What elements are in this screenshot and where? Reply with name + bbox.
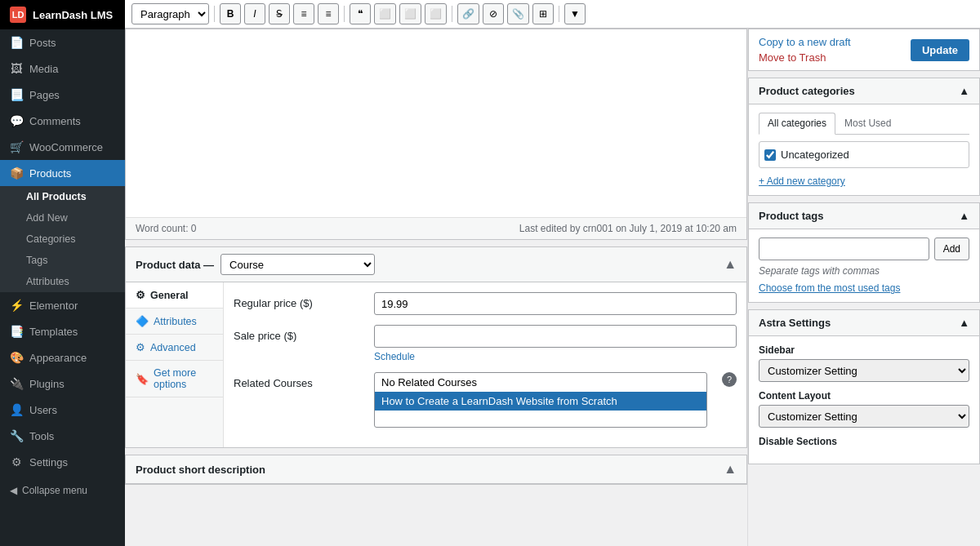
product-categories-toggle[interactable]: ▲: [959, 85, 969, 97]
active-indicator: [122, 160, 125, 186]
short-desc-title: Product short description: [136, 464, 265, 476]
sidebar-item-comments[interactable]: 💬 Comments: [0, 108, 125, 134]
sidebar-item-tools[interactable]: 🔧 Tools: [0, 423, 125, 449]
tab-general[interactable]: ⚙ General: [126, 282, 223, 309]
related-courses-select[interactable]: No Related Courses How to Create a Learn…: [374, 372, 707, 428]
main-area: Paragraph B I S̶ ≡ ≡ ❝ ⬜ ⬜ ⬜ 🔗 ⊘ 📎 ⊞ ▼: [125, 0, 980, 546]
sidebar-item-label: Templates: [29, 326, 78, 338]
sidebar-item-settings[interactable]: ⚙ Settings: [0, 449, 125, 475]
sidebar-item-appearance[interactable]: 🎨 Appearance: [0, 344, 125, 371]
regular-price-row: Regular price ($): [234, 292, 737, 315]
category-checkbox-uncategorized[interactable]: [764, 149, 776, 161]
sidebar-item-media[interactable]: 🖼 Media: [0, 55, 125, 82]
product-data-toggle[interactable]: ▲: [724, 257, 737, 272]
attributes-tab-icon: 🔷: [136, 315, 149, 327]
sidebar-item-templates[interactable]: 📑 Templates: [0, 318, 125, 344]
editor-content-area[interactable]: [126, 29, 746, 217]
tags-input[interactable]: [759, 237, 929, 260]
collapse-arrow-icon: ◀: [10, 485, 17, 496]
category-list: Uncategorized: [759, 141, 969, 168]
table-button[interactable]: ⊞: [532, 3, 554, 24]
tab-general-label: General: [150, 290, 189, 301]
sidebar-logo-text: LearnDash LMS: [33, 9, 113, 21]
product-data-header: Product data — Course Simple product Gro…: [126, 247, 746, 282]
sidebar-sub-tags[interactable]: Tags: [0, 250, 125, 271]
align-left-button[interactable]: ⬜: [374, 3, 396, 24]
cat-tab-all[interactable]: All categories: [759, 113, 835, 135]
sidebar-sub-all-products[interactable]: All Products: [0, 186, 125, 207]
sidebar: LD LearnDash LMS 📄 Posts 🖼 Media 📃 Pages…: [0, 0, 125, 546]
short-desc-toggle[interactable]: ▲: [724, 462, 737, 477]
strikethrough-button[interactable]: S̶: [269, 3, 290, 24]
publish-panel: Copy to a new draft Move to Trash Update: [748, 29, 980, 71]
more-toolbar-btn[interactable]: ▼: [564, 3, 586, 24]
editor-footer: Word count: 0 Last edited by crn001 on J…: [126, 217, 746, 239]
product-categories-body: All categories Most Used Uncategorized +…: [749, 104, 979, 195]
regular-price-label: Regular price ($): [234, 292, 364, 309]
related-courses-help-icon[interactable]: ?: [722, 372, 737, 387]
sidebar-item-plugins[interactable]: 🔌 Plugins: [0, 371, 125, 397]
align-right-button[interactable]: ⬜: [425, 3, 447, 24]
italic-button[interactable]: I: [244, 3, 265, 24]
schedule-link[interactable]: Schedule: [374, 351, 737, 362]
sidebar-item-woocommerce[interactable]: 🛒 WooCommerce: [0, 134, 125, 160]
toolbar-separator-3: [452, 6, 452, 22]
sidebar-sub-attributes[interactable]: Attributes: [0, 271, 125, 292]
editor-panel: Word count: 0 Last edited by crn001 on J…: [125, 29, 747, 546]
content-area: Word count: 0 Last edited by crn001 on J…: [125, 29, 980, 546]
astra-settings-header: Astra Settings ▲: [749, 310, 979, 336]
advanced-tab-icon: ⚙: [136, 341, 145, 353]
sidebar-item-posts[interactable]: 📄 Posts: [0, 29, 125, 55]
unordered-list-button[interactable]: ≡: [293, 3, 314, 24]
sidebar-select[interactable]: Customizer Setting Default Sidebar No Si…: [759, 359, 969, 382]
sidebar-field: Sidebar Customizer Setting Default Sideb…: [759, 344, 969, 382]
tab-attributes[interactable]: 🔷 Attributes: [126, 309, 223, 335]
related-courses-row: Related Courses No Related Courses How t…: [234, 372, 737, 428]
sidebar-item-users[interactable]: 👤 Users: [0, 397, 125, 423]
link-button[interactable]: 🔗: [457, 3, 479, 24]
tab-advanced[interactable]: ⚙ Advanced: [126, 335, 223, 361]
product-tags-toggle[interactable]: ▲: [959, 210, 969, 222]
sidebar-item-elementor[interactable]: ⚡ Elementor: [0, 292, 125, 318]
ordered-list-button[interactable]: ≡: [318, 3, 339, 24]
content-layout-select[interactable]: Customizer Setting Normal Narrow Full Wi…: [759, 405, 969, 428]
insert-button[interactable]: 📎: [507, 3, 529, 24]
unlink-button[interactable]: ⊘: [483, 3, 504, 24]
align-center-button[interactable]: ⬜: [399, 3, 421, 24]
sale-price-label: Sale price ($): [234, 325, 364, 342]
move-trash-link[interactable]: Move to Trash: [759, 51, 826, 64]
update-button[interactable]: Update: [911, 39, 969, 61]
cat-tab-most-used[interactable]: Most Used: [835, 113, 900, 134]
copy-draft-link[interactable]: Copy to a new draft: [759, 36, 851, 48]
regular-price-input[interactable]: [374, 292, 737, 315]
astra-settings-toggle[interactable]: ▲: [959, 317, 969, 329]
sidebar-item-label: Users: [29, 404, 57, 416]
astra-settings-title: Astra Settings: [759, 317, 831, 329]
users-icon: 👤: [10, 403, 23, 416]
sale-price-input[interactable]: [374, 325, 737, 348]
collapse-menu[interactable]: ◀ Collapse menu: [0, 478, 125, 503]
choose-tags-link[interactable]: Choose from the most used tags: [759, 282, 900, 294]
product-type-select[interactable]: Course Simple product Grouped product Ex…: [220, 254, 375, 275]
templates-icon: 📑: [10, 325, 23, 338]
sidebar-sub-add-new[interactable]: Add New: [0, 207, 125, 229]
general-tab-icon: ⚙: [136, 289, 145, 301]
product-tags-panel: Product tags ▲ Add Separate tags with co…: [748, 202, 980, 303]
product-data-section: Product data — Course Simple product Gro…: [125, 246, 747, 448]
bold-button[interactable]: B: [220, 3, 241, 24]
sidebar-field-label: Sidebar: [759, 344, 969, 356]
format-select[interactable]: Paragraph: [131, 3, 209, 24]
add-tag-button[interactable]: Add: [934, 237, 969, 260]
settings-icon: ⚙: [10, 455, 23, 468]
sidebar-item-products[interactable]: 📦 Products: [0, 160, 125, 186]
add-new-category-link[interactable]: + Add new category: [759, 175, 845, 187]
tab-get-more[interactable]: 🔖 Get more options: [126, 361, 223, 397]
astra-settings-panel: Astra Settings ▲ Sidebar Customizer Sett…: [748, 309, 980, 464]
product-short-description-section: Product short description ▲: [125, 455, 747, 485]
sidebar-sub-categories[interactable]: Categories: [0, 229, 125, 250]
related-courses-label: Related Courses: [234, 372, 364, 389]
sidebar-item-pages[interactable]: 📃 Pages: [0, 82, 125, 108]
category-item-uncategorized: Uncategorized: [764, 147, 964, 162]
product-tab-content: Regular price ($) Sale price ($) Schedul…: [224, 282, 746, 447]
blockquote-button[interactable]: ❝: [350, 3, 371, 24]
